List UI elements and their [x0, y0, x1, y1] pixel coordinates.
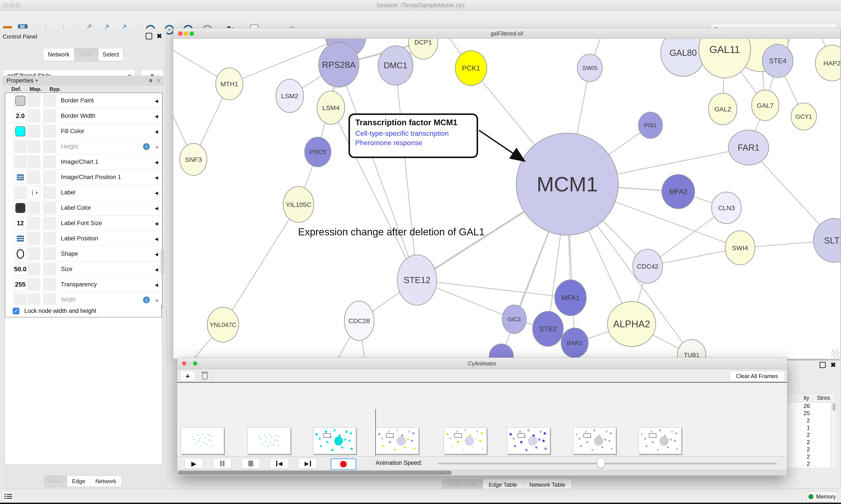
timeline-hscrollbar[interactable] — [177, 470, 787, 475]
record-button[interactable] — [330, 458, 356, 470]
tab-style[interactable]: Style — [74, 48, 99, 61]
mapping-cell[interactable] — [28, 248, 40, 260]
network-node-LSM2[interactable] — [276, 79, 304, 112]
memory-button[interactable]: Memory — [806, 491, 838, 502]
default-cell[interactable] — [14, 248, 26, 260]
mapping-cell[interactable] — [28, 171, 40, 183]
mapping-cell[interactable] — [28, 94, 40, 107]
expand-row-icon[interactable]: ◀ — [155, 252, 158, 257]
expand-row-icon[interactable]: ◀ — [155, 267, 158, 272]
table-scrollbar[interactable] — [832, 402, 836, 468]
zoom-icon[interactable] — [193, 361, 197, 366]
network-node-MCM1[interactable] — [516, 133, 618, 235]
bypass-cell[interactable] — [43, 263, 56, 275]
mapping-cell[interactable] — [28, 232, 40, 245]
network-node-DMC1[interactable] — [378, 46, 413, 85]
default-cell[interactable]: 12 — [14, 217, 26, 230]
network-node-GAL2[interactable] — [709, 93, 737, 125]
mapping-cell[interactable] — [28, 217, 40, 230]
minimize-icon[interactable] — [187, 361, 192, 366]
default-cell[interactable] — [14, 186, 26, 199]
network-node-YNL047C[interactable] — [207, 307, 239, 342]
info-icon[interactable]: i — [143, 296, 150, 303]
default-cell[interactable]: 50.0 — [14, 263, 26, 275]
network-edge[interactable] — [223, 204, 299, 325]
lock-size-checkbox[interactable]: ✓ — [13, 308, 19, 314]
default-cell[interactable]: 2.0 — [14, 110, 26, 122]
network-canvas[interactable]: DCP1RPS28ADMC1PCK1MTH1LSM2LSM4SWI5GAL80G… — [173, 39, 840, 359]
expand-row-icon[interactable]: ◀ — [155, 129, 158, 134]
table-row[interactable]: 2 — [781, 438, 831, 446]
tab-network-style[interactable]: Network — [90, 476, 121, 487]
expand-row-icon[interactable]: ◀ — [155, 282, 158, 287]
pause-button[interactable] — [213, 458, 232, 469]
default-cell[interactable] — [14, 125, 26, 138]
network-node-PCK1[interactable] — [455, 51, 487, 86]
bypass-cell[interactable] — [43, 140, 56, 153]
expand-row-icon[interactable]: ◀ — [155, 298, 158, 303]
bypass-cell[interactable] — [43, 171, 56, 183]
minimize-icon[interactable] — [184, 31, 189, 36]
table-row[interactable]: 1 — [781, 424, 831, 431]
mapping-cell[interactable]: ⋮› — [28, 186, 40, 199]
frames-timeline[interactable]: 0123456789 Seconds — [177, 383, 787, 456]
bypass-cell[interactable] — [43, 293, 56, 306]
network-node-GAL80[interactable] — [661, 39, 705, 76]
expand-row-icon[interactable]: ◀ — [155, 114, 158, 119]
bypass-cell[interactable] — [43, 94, 56, 107]
default-cell[interactable]: 255 — [14, 278, 26, 291]
network-node-FAR1[interactable] — [729, 130, 769, 165]
network-node-GCY1[interactable] — [791, 103, 817, 130]
animation-speed-slider[interactable] — [438, 463, 777, 464]
play-button[interactable]: ▶ — [185, 458, 203, 469]
bypass-cell[interactable] — [43, 278, 56, 291]
table-row[interactable]: 2 — [781, 453, 831, 460]
network-node-HAP2[interactable] — [816, 45, 840, 81]
frame-thumbnail-2[interactable] — [313, 427, 356, 454]
network-node-SWI5[interactable] — [577, 54, 602, 82]
default-cell[interactable] — [14, 94, 26, 107]
table-row[interactable]: 2 — [781, 431, 831, 438]
network-node-SNF3[interactable] — [180, 143, 207, 175]
float-panel-icon[interactable] — [146, 33, 152, 39]
bypass-cell[interactable] — [43, 125, 56, 138]
expand-row-icon[interactable]: ◀ — [155, 236, 158, 241]
expand-row-icon[interactable]: ◀ — [155, 98, 158, 104]
tab-edge-style[interactable]: Edge — [67, 476, 90, 487]
go-to-end-button[interactable]: ▶ — [299, 458, 317, 469]
network-node-MFA1[interactable] — [555, 280, 586, 316]
annotation-link[interactable]: Pheromone response — [355, 139, 471, 147]
tab-select[interactable]: Select — [99, 48, 123, 61]
default-cell[interactable] — [14, 293, 26, 306]
default-cell[interactable] — [14, 232, 26, 245]
expand-row-icon[interactable]: ◀ — [155, 175, 158, 180]
mapping-cell[interactable] — [28, 293, 40, 306]
network-edge[interactable] — [395, 66, 417, 280]
default-cell[interactable] — [14, 156, 26, 168]
bypass-cell[interactable] — [43, 248, 56, 260]
frame-thumbnail-7[interactable] — [639, 427, 682, 454]
network-node-CLN3[interactable] — [712, 192, 741, 223]
add-frame-button[interactable]: + — [180, 371, 195, 381]
table-row[interactable]: 2 — [781, 417, 831, 424]
close-icon[interactable] — [178, 31, 183, 36]
table-row[interactable]: 2 — [781, 446, 831, 453]
close-icon[interactable] — [182, 361, 186, 366]
network-node-MTH1[interactable] — [216, 68, 243, 100]
bypass-cell[interactable] — [43, 186, 56, 199]
network-node-PIS1[interactable] — [639, 112, 662, 138]
default-cell[interactable] — [14, 202, 26, 214]
mapping-cell[interactable] — [28, 156, 40, 168]
go-to-start-button[interactable]: ◀ — [270, 458, 288, 469]
expand-row-icon[interactable]: ◀ — [155, 190, 158, 196]
resize-grip[interactable] — [831, 350, 839, 358]
mapping-cell[interactable] — [28, 202, 40, 214]
network-node-STE12[interactable] — [397, 255, 437, 305]
close-panel-icon[interactable]: ✖ — [830, 362, 836, 367]
network-node-GIC2[interactable] — [502, 305, 526, 334]
network-node-botpart[interactable] — [489, 344, 513, 359]
network-node-SWI4[interactable] — [725, 231, 755, 265]
lock-size-row[interactable]: ✓ Lock node width and height — [5, 305, 162, 318]
info-icon[interactable]: i — [143, 143, 150, 150]
expand-row-icon[interactable]: ◀ — [155, 205, 158, 211]
